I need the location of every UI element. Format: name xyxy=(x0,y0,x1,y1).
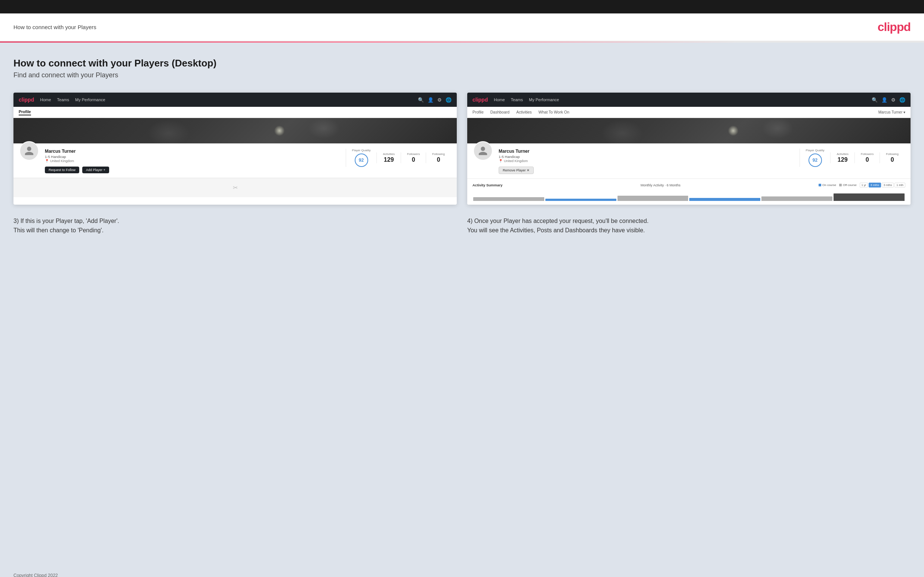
remove-player-button[interactable]: Remove Player ✕ xyxy=(499,166,534,174)
right-player-location: 📍 United Kingdom xyxy=(499,159,793,163)
chart-bar-1 xyxy=(473,197,544,201)
right-search-icon[interactable]: 🔍 xyxy=(872,97,878,103)
right-app-logo: clippd xyxy=(472,97,488,103)
time-3mths-button[interactable]: 3 mths xyxy=(882,183,894,187)
right-settings-icon[interactable]: ⚙ xyxy=(891,97,896,103)
legend-off-course: Off course xyxy=(839,184,857,187)
right-tab-dashboard[interactable]: Dashboard xyxy=(490,110,509,115)
activity-chart xyxy=(472,190,905,201)
add-player-button[interactable]: Add Player + xyxy=(82,166,109,173)
left-stat-activities: Activities 129 xyxy=(376,152,401,163)
chart-bar-4 xyxy=(689,198,760,201)
left-settings-icon[interactable]: ⚙ xyxy=(437,97,442,103)
left-player-avatar xyxy=(19,141,39,161)
footer-text: Copyright Clippd 2022 xyxy=(13,573,58,577)
time-6mths-button[interactable]: 6 mths xyxy=(869,183,881,187)
page-footer: Copyright Clippd 2022 xyxy=(0,567,924,577)
right-quality-circle: 92 xyxy=(809,153,822,167)
page-header: How to connect with your Players clippd xyxy=(0,13,924,42)
left-quality-wrap: Player Quality 92 xyxy=(346,148,377,167)
left-nav-icons: 🔍 👤 ⚙ 🌐 xyxy=(418,97,452,103)
activity-header: Activity Summary Monthly Activity · 6 Mo… xyxy=(472,183,905,187)
left-golf-banner xyxy=(13,118,457,143)
left-profile-icon[interactable]: 👤 xyxy=(428,97,434,103)
right-stat-activities: Activities 129 xyxy=(830,152,855,163)
on-course-label: On course xyxy=(822,184,836,187)
left-app-logo: clippd xyxy=(19,97,34,103)
scissors-icon: ✂ xyxy=(233,184,238,191)
right-stats-row: Player Quality 92 Activities 129 Followe… xyxy=(800,148,905,167)
page-header-title: How to connect with your Players xyxy=(13,24,97,30)
screenshots-row: clippd Home Teams My Performance 🔍 👤 ⚙ 🌐… xyxy=(13,93,911,205)
right-stat-following: Following 0 xyxy=(880,152,905,163)
screenshot-right: clippd Home Teams My Performance 🔍 👤 ⚙ 🌐… xyxy=(467,93,911,205)
request-follow-button[interactable]: Request to Follow xyxy=(45,166,79,173)
chart-bar-3 xyxy=(617,196,688,201)
left-stat-following: Following 0 xyxy=(426,152,451,163)
right-nav-my-performance[interactable]: My Performance xyxy=(529,97,559,102)
caption-right-text: 4) Once your Player has accepted your re… xyxy=(467,218,649,234)
left-more-icon[interactable]: 🌐 xyxy=(446,97,452,103)
chart-bar-2 xyxy=(545,199,616,201)
left-tabs: Profile xyxy=(13,107,457,118)
right-quality-label: Player Quality xyxy=(806,148,825,152)
right-stat-followers: Followers 0 xyxy=(855,152,880,163)
left-player-name: Marcus Turner xyxy=(45,148,340,154)
left-navbar: clippd Home Teams My Performance 🔍 👤 ⚙ 🌐 xyxy=(13,93,457,107)
left-tab-profile[interactable]: Profile xyxy=(19,110,31,115)
captions-row: 3) If this is your Player tap, 'Add Play… xyxy=(13,217,911,235)
right-nav-teams[interactable]: Teams xyxy=(511,97,523,102)
left-nav-home[interactable]: Home xyxy=(40,97,51,102)
time-1yr-button[interactable]: 1 yr xyxy=(860,183,868,187)
right-navbar: clippd Home Teams My Performance 🔍 👤 ⚙ 🌐 xyxy=(467,93,911,107)
caption-left-text: 3) If this is your Player tap, 'Add Play… xyxy=(13,218,119,234)
right-player-avatar xyxy=(473,141,493,161)
right-tabs: Profile Dashboard Activities What To Wor… xyxy=(467,107,911,118)
chart-bar-5 xyxy=(761,197,832,201)
right-player-info: Marcus Turner 1-5 Handicap 📍 United King… xyxy=(499,148,793,174)
right-profile-icon[interactable]: 👤 xyxy=(881,97,887,103)
off-course-dot xyxy=(839,184,842,186)
left-player-location: 📍 United Kingdom xyxy=(45,159,340,163)
right-tab-user[interactable]: Marcus Turner ▾ xyxy=(879,110,905,114)
content-subtitle: Find and connect with your Players xyxy=(13,71,911,79)
off-course-label: Off course xyxy=(843,184,857,187)
right-quality-wrap: Player Quality 92 xyxy=(800,148,830,167)
left-player-info: Marcus Turner 1-5 Handicap 📍 United King… xyxy=(45,148,340,173)
left-nav-my-performance[interactable]: My Performance xyxy=(75,97,105,102)
right-nav-icons: 🔍 👤 ⚙ 🌐 xyxy=(872,97,905,103)
left-player-buttons: Request to Follow Add Player + xyxy=(45,166,340,173)
caption-right: 4) Once your Player has accepted your re… xyxy=(467,217,911,235)
activity-controls: On course Off course 1 yr 6 mths 3 mths … xyxy=(819,183,905,187)
activity-title: Activity Summary xyxy=(472,183,502,187)
right-player-profile: Marcus Turner 1-5 Handicap 📍 United King… xyxy=(467,143,911,179)
right-player-name: Marcus Turner xyxy=(499,148,793,154)
location-icon: 📍 xyxy=(45,159,49,163)
activity-summary: Activity Summary Monthly Activity · 6 Mo… xyxy=(467,179,911,205)
right-more-icon[interactable]: 🌐 xyxy=(899,97,905,103)
left-screenshot-bottom: ✂ xyxy=(13,178,457,197)
right-tab-what-to-work-on[interactable]: What To Work On xyxy=(539,110,569,115)
left-quality-label: Player Quality xyxy=(352,148,371,152)
right-nav-home[interactable]: Home xyxy=(494,97,505,102)
on-course-dot xyxy=(819,184,821,186)
clippd-logo: clippd xyxy=(878,20,911,34)
activity-period: Monthly Activity · 6 Months xyxy=(641,184,681,187)
left-search-icon[interactable]: 🔍 xyxy=(418,97,424,103)
left-stat-followers: Followers 0 xyxy=(401,152,426,163)
screenshot-left: clippd Home Teams My Performance 🔍 👤 ⚙ 🌐… xyxy=(13,93,457,205)
content-title: How to connect with your Players (Deskto… xyxy=(13,58,911,69)
caption-left: 3) If this is your Player tap, 'Add Play… xyxy=(13,217,457,235)
right-player-buttons: Remove Player ✕ xyxy=(499,166,793,174)
right-tab-profile[interactable]: Profile xyxy=(472,110,484,115)
right-tab-activities[interactable]: Activities xyxy=(516,110,531,115)
left-quality-circle: 92 xyxy=(355,153,368,167)
chart-bar-6 xyxy=(834,193,905,201)
left-player-profile: Marcus Turner 1-5 Handicap 📍 United King… xyxy=(13,143,457,178)
right-golf-banner xyxy=(467,118,911,143)
time-1mth-button[interactable]: 1 mth xyxy=(895,183,905,187)
top-bar xyxy=(0,0,924,13)
legend-on-course: On course xyxy=(819,184,836,187)
left-nav-teams[interactable]: Teams xyxy=(57,97,69,102)
main-content: How to connect with your Players (Deskto… xyxy=(0,43,924,567)
